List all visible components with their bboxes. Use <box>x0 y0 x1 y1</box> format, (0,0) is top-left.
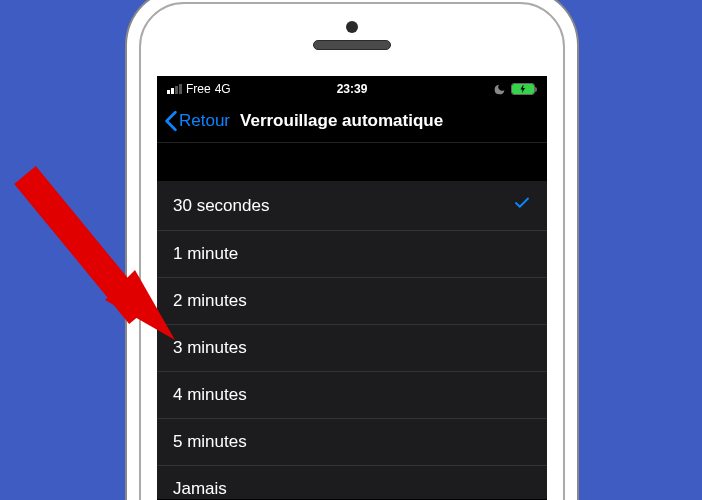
svg-line-1 <box>25 175 140 315</box>
option-1-minute[interactable]: 1 minute <box>157 231 547 278</box>
phone-frame: Free 4G 23:39 <box>127 0 577 500</box>
checkmark-icon <box>513 194 531 217</box>
do-not-disturb-icon <box>493 83 506 96</box>
option-4-minutes[interactable]: 4 minutes <box>157 372 547 419</box>
option-label: 4 minutes <box>173 385 247 405</box>
option-label: 1 minute <box>173 244 238 264</box>
section-gap <box>157 143 547 181</box>
camera-dot <box>346 21 358 33</box>
option-label: 2 minutes <box>173 291 247 311</box>
speaker-grille <box>313 40 391 50</box>
page-title: Verrouillage automatique <box>240 111 443 131</box>
option-5-minutes[interactable]: 5 minutes <box>157 419 547 466</box>
option-30-seconds[interactable]: 30 secondes <box>157 181 547 231</box>
signal-icon <box>167 84 182 94</box>
option-never[interactable]: Jamais <box>157 466 547 499</box>
option-label: 3 minutes <box>173 338 247 358</box>
status-right <box>493 83 537 96</box>
phone-bezel: Free 4G 23:39 <box>139 2 565 500</box>
network-label: 4G <box>215 82 231 96</box>
option-label: 30 secondes <box>173 196 269 216</box>
option-label: 5 minutes <box>173 432 247 452</box>
back-button[interactable]: Retour <box>179 111 230 131</box>
nav-bar: Retour Verrouillage automatique <box>157 102 547 143</box>
status-bar: Free 4G 23:39 <box>157 76 547 102</box>
carrier-label: Free <box>186 82 211 96</box>
status-left: Free 4G <box>167 82 231 96</box>
clock: 23:39 <box>337 82 368 96</box>
options-list: 30 secondes 1 minute 2 minutes 3 minutes <box>157 181 547 499</box>
back-chevron-icon[interactable] <box>163 110 179 132</box>
option-label: Jamais <box>173 479 227 499</box>
screen: Free 4G 23:39 <box>157 76 547 500</box>
option-2-minutes[interactable]: 2 minutes <box>157 278 547 325</box>
battery-icon <box>511 83 537 95</box>
option-3-minutes[interactable]: 3 minutes <box>157 325 547 372</box>
